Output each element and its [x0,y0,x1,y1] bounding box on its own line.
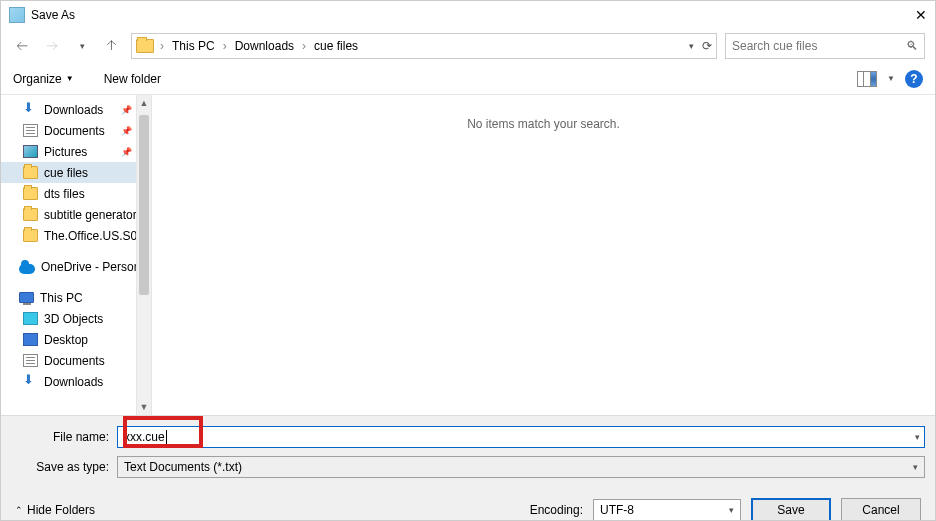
savetype-label: Save as type: [11,460,117,474]
new-folder-button[interactable]: New folder [104,72,161,86]
chevron-right-icon[interactable]: › [300,39,308,53]
bottom-fields: File name: xxx.cue ▾ Save as type: Text … [1,415,935,490]
chevron-down-icon: ▾ [913,462,918,472]
pin-icon: 📌 [121,147,132,157]
search-input[interactable]: Search cue files 🔍︎ [725,33,925,59]
tree-item-documents[interactable]: Documents📌 [1,120,136,141]
savetype-value: Text Documents (*.txt) [124,460,242,474]
download-icon [23,103,38,116]
encoding-value: UTF-8 [600,503,634,517]
scroll-thumb[interactable] [139,115,149,295]
close-button[interactable]: ✕ [887,7,927,23]
thispc-icon [19,292,34,303]
address-dropdown[interactable]: ▾ [689,41,694,51]
download-icon [23,375,38,388]
scroll-down-icon[interactable]: ▼ [137,399,151,415]
navbar: 🡠 🡢 ▾ 🡡 › This PC › Downloads › cue file… [1,29,935,63]
tree-item-pictures[interactable]: Pictures📌 [1,141,136,162]
document-icon [23,354,38,367]
toolbar: Organize ▼ New folder ▼ ? [1,63,935,95]
chevron-right-icon[interactable]: › [158,39,166,53]
tree-item-thispc[interactable]: This PC [1,287,136,308]
body-area: Downloads📌 Documents📌 Pictures📌 cue file… [1,95,935,415]
forward-button[interactable]: 🡢 [41,35,63,57]
up-button[interactable]: 🡡 [101,35,123,57]
titlebar: Save As ✕ [1,1,935,29]
filename-label: File name: [11,430,117,444]
tree-item-dtsfiles[interactable]: dts files [1,183,136,204]
organize-button[interactable]: Organize ▼ [13,72,74,86]
filename-input[interactable]: xxx.cue ▾ [117,426,925,448]
chevron-down-icon: ▾ [729,505,734,515]
app-icon [9,7,25,23]
folder-icon [23,229,38,242]
breadcrumb-thispc[interactable]: This PC [170,39,217,53]
tree-item-cuefiles[interactable]: cue files [1,162,136,183]
pictures-icon [23,145,38,158]
3d-icon [23,312,38,325]
navigation-tree: Downloads📌 Documents📌 Pictures📌 cue file… [1,95,136,415]
help-icon[interactable]: ? [905,70,923,88]
tree-item-subtitle[interactable]: subtitle generator [1,204,136,225]
breadcrumb-cuefiles[interactable]: cue files [312,39,360,53]
cancel-button[interactable]: Cancel [841,498,921,521]
desktop-icon [23,333,38,346]
folder-icon [136,39,154,53]
tree-item-downloads[interactable]: Downloads📌 [1,99,136,120]
scroll-up-icon[interactable]: ▲ [137,95,151,111]
onedrive-icon [19,264,35,274]
encoding-label: Encoding: [530,503,583,517]
save-button[interactable]: Save [751,498,831,521]
folder-icon [23,208,38,221]
search-icon: 🔍︎ [906,39,918,53]
window-title: Save As [31,8,887,22]
recent-locations-dropdown[interactable]: ▾ [71,35,93,57]
chevron-up-icon: ⌃ [15,505,23,515]
filename-value: xxx.cue [124,430,165,444]
folder-icon [23,187,38,200]
refresh-button[interactable]: ⟳ [702,39,712,53]
pin-icon: 📌 [121,126,132,136]
tree-scrollbar[interactable]: ▲ ▼ [136,95,152,415]
chevron-right-icon[interactable]: › [221,39,229,53]
tree-item-onedrive[interactable]: OneDrive - Person [1,256,136,277]
file-list-pane: No items match your search. [152,95,935,415]
encoding-select[interactable]: UTF-8 ▾ [593,499,741,521]
breadcrumb-downloads[interactable]: Downloads [233,39,296,53]
footer: ⌃ Hide Folders Encoding: UTF-8 ▾ Save Ca… [1,490,935,521]
savetype-select[interactable]: Text Documents (*.txt) ▾ [117,456,925,478]
pin-icon: 📌 [121,105,132,115]
search-placeholder: Search cue files [732,39,817,53]
tree-item-desktop[interactable]: Desktop [1,329,136,350]
address-bar[interactable]: › This PC › Downloads › cue files ▾ ⟳ [131,33,717,59]
document-icon [23,124,38,137]
tree-item-office[interactable]: The.Office.US.S0 [1,225,136,246]
empty-message: No items match your search. [467,117,620,131]
view-mode-selector[interactable] [857,71,877,87]
chevron-down-icon[interactable]: ▼ [887,74,895,83]
tree-item-3dobjects[interactable]: 3D Objects [1,308,136,329]
filename-history-dropdown[interactable]: ▾ [915,432,920,442]
folder-icon [23,166,38,179]
hide-folders-button[interactable]: ⌃ Hide Folders [15,503,95,517]
tree-item-documents2[interactable]: Documents [1,350,136,371]
tree-item-downloads2[interactable]: Downloads [1,371,136,392]
back-button[interactable]: 🡠 [11,35,33,57]
chevron-down-icon: ▼ [66,74,74,83]
